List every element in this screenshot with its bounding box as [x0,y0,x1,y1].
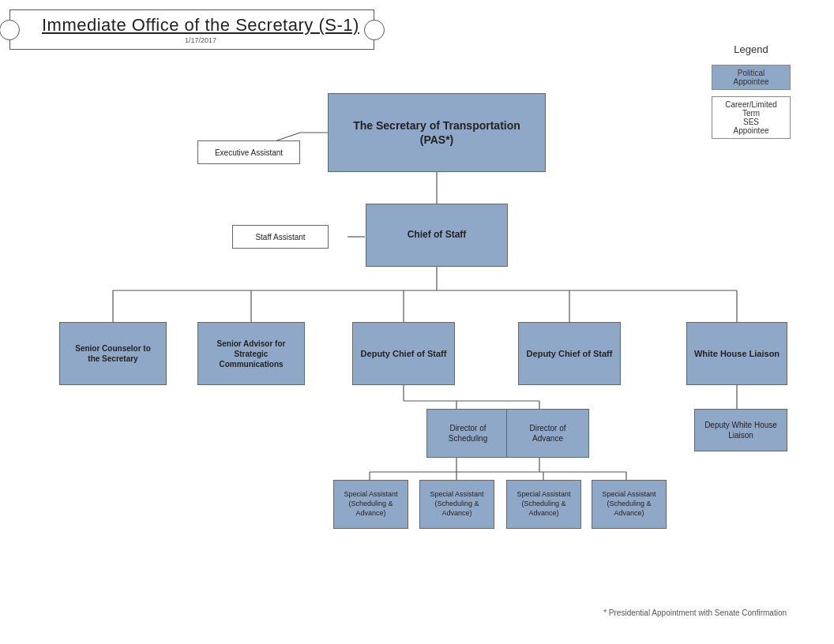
legend-political: PoliticalAppointee [712,65,791,90]
node-deputy-chief-2: Deputy Chief of Staff [518,322,621,385]
node-director-advance: Director ofAdvance [506,409,589,458]
legend-career: Career/Limited TermSESAppointee [712,96,791,139]
header-circle-left [0,20,20,40]
legend: Legend PoliticalAppointee Career/Limited… [712,43,791,139]
node-deputy-chief-1: Deputy Chief of Staff [352,322,455,385]
node-senior-counselor: Senior Counselor tothe Secretary [59,322,167,385]
node-white-house-liaison: White House Liaison [686,322,787,385]
node-chief-of-staff: Chief of Staff [366,204,508,267]
node-deputy-whl: Deputy White HouseLiaison [694,409,787,451]
header-date: 1/17/2017 [185,36,216,44]
node-special-assistant-3: Special Assistant(Scheduling &Advance) [506,480,581,529]
node-special-assistant-1: Special Assistant(Scheduling &Advance) [333,480,408,529]
legend-title: Legend [734,43,768,55]
node-staff-assistant: Staff Assistant [232,225,329,249]
header-circle-right [364,20,385,40]
node-senior-advisor: Senior Advisor forStrategicCommunication… [197,322,305,385]
header-title: Immediate Office of the Secretary (S-1) [42,15,359,36]
header-box: Immediate Office of the Secretary (S-1) … [9,9,374,50]
node-director-scheduling: Director ofScheduling [426,409,509,458]
node-executive-assistant: Executive Assistant [197,140,300,164]
node-special-assistant-4: Special Assistant(Scheduling &Advance) [592,480,667,529]
footer-note: * Presidential Appointment with Senate C… [603,608,787,617]
node-secretary: The Secretary of Transportation(PAS*) [328,93,546,172]
node-special-assistant-2: Special Assistant(Scheduling &Advance) [419,480,494,529]
